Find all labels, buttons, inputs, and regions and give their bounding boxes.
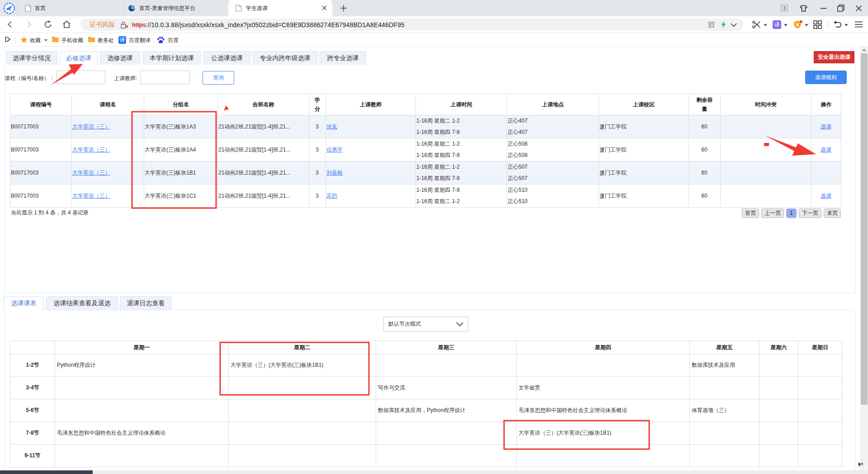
svg-text:3: 3 [783,5,785,11]
